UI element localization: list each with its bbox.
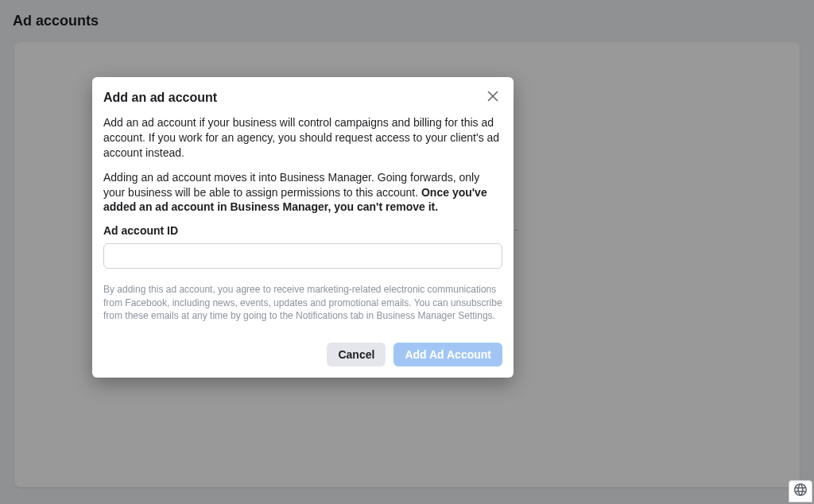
ad-account-id-input[interactable] [103, 243, 502, 269]
close-icon [487, 91, 498, 105]
close-button[interactable] [483, 88, 502, 107]
modal-description-2: Adding an ad account moves it into Busin… [103, 170, 502, 215]
globe-button[interactable] [789, 480, 812, 502]
ad-account-id-label: Ad account ID [103, 224, 502, 237]
modal-title: Add an ad account [103, 91, 217, 105]
add-ad-account-button[interactable]: Add Ad Account [393, 343, 502, 366]
modal-description-1: Add an ad account if your business will … [103, 115, 502, 161]
disclaimer-text: By adding this ad account, you agree to … [103, 283, 502, 322]
cancel-button[interactable]: Cancel [327, 343, 386, 366]
modal-overlay[interactable]: Add an ad account Add an ad account if y… [0, 0, 814, 504]
add-ad-account-modal: Add an ad account Add an ad account if y… [92, 77, 514, 378]
globe-icon [794, 483, 807, 499]
